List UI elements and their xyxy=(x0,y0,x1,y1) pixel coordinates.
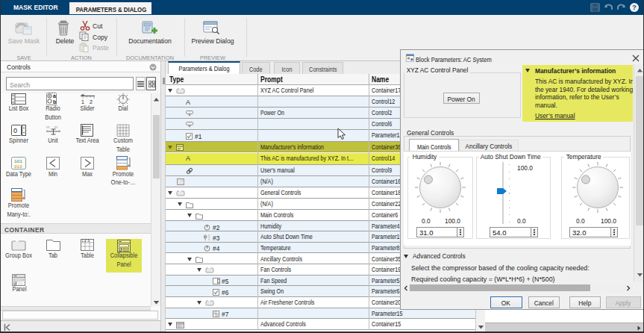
svg-text:b: b xyxy=(53,99,56,105)
svg-text:1 2 3: 1 2 3 xyxy=(82,239,90,243)
svg-text:1: 1 xyxy=(81,99,84,105)
svg-text:101: 101 xyxy=(14,159,22,164)
svg-text:2: 2 xyxy=(90,99,93,105)
svg-text:a: a xyxy=(53,93,56,99)
svg-text:?: ? xyxy=(632,3,637,11)
svg-text:0: 0 xyxy=(13,127,17,134)
svg-text:010: 010 xyxy=(14,164,22,169)
svg-text:m in: m in xyxy=(46,125,57,129)
